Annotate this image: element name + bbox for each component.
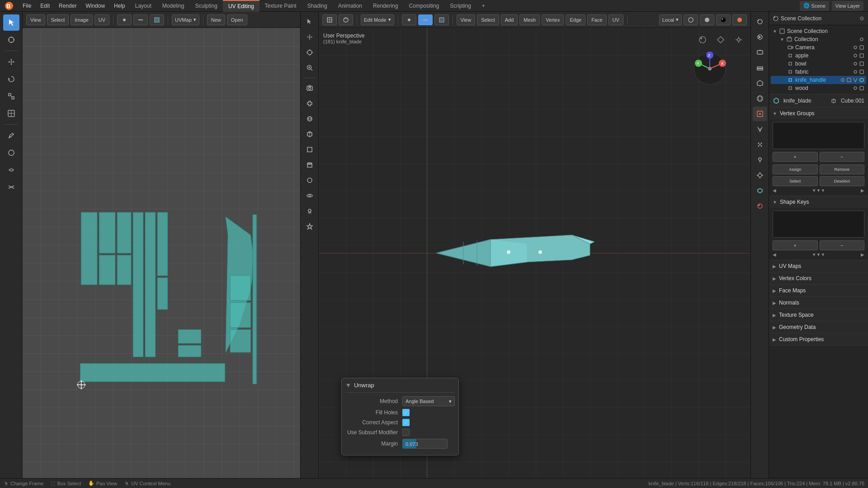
bowl-render-icon[interactable] [859,61,864,66]
props-modifier-icon[interactable] [753,122,767,136]
uv-view-btn[interactable]: View [26,14,45,25]
tab-uv-editing[interactable]: UV Editing [223,0,259,12]
scene-item-collection[interactable]: ▼ Collection [771,35,866,43]
fabric-vis-icon[interactable] [853,69,858,75]
vg-add-btn[interactable]: + [773,152,818,162]
sk-remove-btn[interactable]: − [820,240,865,250]
vg-assign-btn[interactable]: Assign [773,164,818,174]
viewport-icon-2[interactable] [339,14,353,25]
tab-rendering[interactable]: Rendering [368,0,403,12]
vg-nav-menu[interactable]: ▼▼▼ [778,188,859,193]
props-physics-icon[interactable] [753,153,767,167]
shape-keys-list[interactable] [773,211,864,238]
menu-edit[interactable]: Edit [36,0,54,11]
vg-select-btn[interactable]: Select [773,176,818,186]
uv-mode-vert[interactable] [117,14,132,25]
vg-remove2-btn[interactable]: Remove [820,164,865,174]
uv-select-btn[interactable]: Select [47,14,69,25]
shading-dropdown[interactable]: Local ▾ [659,14,682,25]
tab-shading[interactable]: Shading [302,0,333,12]
nav-cylinder[interactable] [302,158,317,172]
props-constraints-icon[interactable] [753,168,767,183]
sk-add-btn[interactable]: + [773,240,818,250]
face-menu-btn[interactable]: Face [587,14,606,25]
uv-uv-btn[interactable]: UV [94,14,109,25]
nav-move[interactable] [302,30,317,44]
props-object-icon[interactable] [753,107,767,121]
knife-data-icon[interactable] [859,77,864,83]
tab-modeling[interactable]: Modeling [157,0,190,12]
uv-menu-btn[interactable]: UV [609,14,623,25]
viewport-gizmo[interactable]: X Y Z [692,51,728,87]
camera-render-icon[interactable] [859,45,864,50]
wireframe-btn[interactable] [684,14,698,25]
vg-deselect-btn[interactable]: Deselect [820,176,865,186]
scale-tool-btn[interactable] [3,88,19,104]
uv-canvas[interactable] [23,28,300,478]
scene-item-camera[interactable]: Camera [771,43,866,52]
rotate-tool-btn[interactable] [3,71,19,87]
circle-select-btn[interactable] [3,145,19,161]
nav-bone[interactable] [302,96,317,111]
move-tool-btn[interactable] [3,54,19,70]
tab-sculpting[interactable]: Sculpting [190,0,223,12]
props-data-icon[interactable] [753,183,767,198]
fill-holes-checkbox[interactable]: ✓ [402,409,410,416]
nav-circle2[interactable] [302,173,317,188]
vert-mode-btn[interactable] [402,14,416,25]
vg-nav-prev[interactable]: ◀ [773,188,776,193]
scene-item-wood[interactable]: wood [771,84,866,92]
scene-item-fabric[interactable]: fabric [771,68,866,76]
view-menu-btn[interactable]: View [457,14,476,25]
vg-nav-next[interactable]: ▶ [861,188,864,193]
scene-selector[interactable]: 🌐 Scene [800,1,829,11]
uvmap-dropdown[interactable]: UVMap ▾ [172,14,199,25]
edit-mode-dropdown[interactable]: Edit Mode ▾ [361,14,394,25]
uv-new-btn[interactable]: New [207,14,225,25]
menu-help[interactable]: Help [109,0,130,11]
material-btn[interactable] [716,14,731,25]
vertex-menu-btn[interactable]: Vertex [542,14,564,25]
texture-space-header[interactable]: ▶ Texture Space [769,309,868,321]
edge-menu-btn[interactable]: Edge [566,14,585,25]
cursor-tool-btn[interactable] [3,32,19,48]
unwrap-expand-icon[interactable]: ▼ [345,382,351,389]
uv-mode-face[interactable] [150,14,164,25]
props-scene-icon[interactable] [753,14,767,29]
knife-modifier-icon[interactable] [853,77,858,83]
props-render-icon[interactable] [753,30,767,44]
scene-item-bowl[interactable]: bowl [771,60,866,68]
normals-header[interactable]: ▶ Normals [769,297,868,309]
view-layer-selector[interactable]: View Layer [832,1,863,11]
transform-tool-btn[interactable] [3,105,19,122]
props-scene2-icon[interactable] [753,76,767,90]
viewport-icon-1[interactable] [322,14,337,25]
physics-icon[interactable] [713,33,728,47]
vertex-colors-header[interactable]: ▶ Vertex Colors [769,272,868,284]
uv-open-btn[interactable]: Open [227,14,247,25]
geometry-data-header[interactable]: ▶ Geometry Data [769,321,868,333]
nav-zoom[interactable] [302,61,317,75]
uv-maps-header[interactable]: ▶ UV Maps [769,260,868,272]
scene-item-apple[interactable]: apple [771,52,866,60]
uv-image-btn[interactable]: Image [71,14,93,25]
sk-nav-next[interactable]: ▶ [861,252,864,257]
uv-mode-edge[interactable] [133,14,148,25]
tab-animation[interactable]: Animation [333,0,368,12]
knife-render-icon[interactable] [846,77,852,83]
relax-btn[interactable] [3,162,19,178]
nav-sphere[interactable] [302,112,317,126]
face-mode-btn[interactable] [434,14,449,25]
custom-properties-header[interactable]: ▶ Custom Properties [769,333,868,345]
select-menu-btn[interactable]: Select [477,14,499,25]
nav-box[interactable] [302,142,317,157]
correct-aspect-checkbox[interactable]: ✓ [402,419,410,426]
select-tool-btn[interactable] [3,14,19,31]
nav-light[interactable] [302,204,317,218]
menu-window[interactable]: Window [81,0,109,11]
render-icon[interactable] [695,33,710,47]
solid-btn[interactable] [700,14,714,25]
tab-compositing[interactable]: Compositing [403,0,444,12]
filter-icon[interactable]: ⚙ [859,15,864,22]
margin-input[interactable]: 0.073 [402,439,448,449]
